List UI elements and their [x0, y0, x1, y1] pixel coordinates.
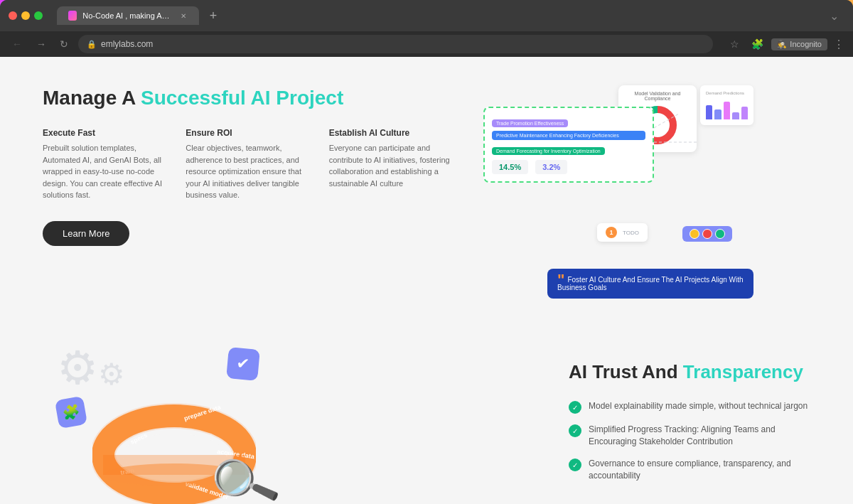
feature-title-0: Execute Fast: [43, 128, 168, 138]
menu-button[interactable]: ⋮: [833, 38, 844, 51]
url-bar[interactable]: 🔒 emlylabs.com: [78, 35, 713, 53]
bar-chart-card: Demand Predictions: [700, 85, 753, 125]
feature-ai-culture: Establish AI Culture Everyone can partic…: [329, 128, 455, 201]
feature-desc-1: Clear objectives, teamwork, adherence to…: [186, 142, 311, 201]
trust-item-2: ✓ Governance to ensure compliance, trans…: [569, 458, 810, 482]
ai-trust-prefix: AI Trust And: [569, 361, 683, 382]
url-text: emlylabs.com: [101, 39, 153, 49]
blue-tag: Predictive Maintenance Enhancing Factory…: [492, 131, 645, 140]
back-button[interactable]: ←: [9, 36, 26, 53]
metric-1: 14.5%: [492, 160, 528, 174]
quote-box: "Foster AI Culture And Ensure The AI Pro…: [547, 269, 753, 299]
section1-left: Manage A Successful AI Project Execute F…: [43, 85, 455, 246]
main-title: Manage A Successful AI Project: [43, 85, 455, 111]
green-tag: Demand Forecasting for Inventory Optimiz…: [492, 147, 605, 155]
bar-chart-bars: [706, 98, 748, 119]
lock-icon: 🔒: [87, 40, 97, 49]
window-controls: ⌄: [830, 9, 844, 23]
puzzle-icon: 🧩: [55, 396, 87, 429]
dashboard-mockup: Model Validation and Compliance Demand P…: [483, 85, 753, 270]
feature-desc-0: Prebuilt solution templates, Automated A…: [43, 142, 168, 201]
team-card: [682, 226, 732, 242]
bar-4: [732, 112, 739, 119]
incognito-badge: 🕵 Incognito: [771, 38, 827, 50]
browser-window: No-Code AI , making AI easy ✕ + ⌄ ← → ↻ …: [0, 0, 853, 57]
incognito-label: Incognito: [790, 40, 822, 48]
ai-trust-title: AI Trust And Transparency: [569, 361, 810, 383]
trust-text-1: Simplified Progress Tracking: Aligning T…: [589, 424, 810, 448]
maximize-button[interactable]: [34, 11, 43, 20]
check-icon-0: ✓: [569, 401, 581, 414]
browser-tab[interactable]: No-Code AI , making AI easy ✕: [57, 6, 199, 25]
tab-favicon: [68, 11, 77, 21]
purple-tag-row: Trade Promotion Effectiveness: [492, 115, 645, 128]
feature-title-1: Ensure ROI: [186, 128, 311, 138]
blue-tag-row: Predictive Maintenance Enhancing Factory…: [492, 131, 645, 140]
metrics-row: 14.5% 3.2%: [492, 160, 645, 174]
bar-3: [724, 102, 730, 119]
learn-more-button[interactable]: Learn More: [43, 221, 129, 246]
avatar-3: [715, 229, 725, 239]
extensions-icon[interactable]: 🧩: [749, 36, 766, 53]
content-area: Manage A Successful AI Project Execute F…: [0, 57, 853, 504]
bar-5: [741, 107, 748, 119]
browser-actions: ☆ 🧩 🕵 Incognito ⋮: [726, 36, 844, 53]
ai-trust-section: ⚙ ⚙ 🧩 ✔ prepare data acquire data: [0, 334, 853, 504]
title-bar: No-Code AI , making AI easy ✕ + ⌄: [0, 0, 853, 31]
address-bar: ← → ↻ 🔒 emlylabs.com ☆ 🧩 🕵 Incognito ⋮: [0, 31, 853, 57]
trust-text-0: Model explainability made simple, withou…: [589, 400, 808, 412]
bar-2: [714, 109, 721, 119]
title-highlight: Successful AI Project: [141, 87, 343, 109]
quote-text: Foster AI Culture And Ensure The AI Proj…: [557, 276, 744, 291]
purple-tag: Trade Promotion Effectiveness: [492, 119, 568, 127]
avatar-2: [702, 229, 712, 239]
trust-text-2: Governance to ensure compliance, transpa…: [589, 458, 810, 482]
section2-text: AI Trust And Transparency ✓ Model explai…: [540, 361, 810, 491]
metric-value-1: 14.5%: [499, 163, 521, 171]
todo-card: 1 Todo: [597, 223, 648, 242]
todo-circle: 1: [606, 227, 617, 238]
minimize-button[interactable]: [21, 11, 30, 20]
feature-desc-2: Everyone can participate and contribute …: [329, 142, 455, 189]
check-icon-2: ✓: [569, 459, 581, 471]
manage-ai-section: Manage A Successful AI Project Execute F…: [0, 57, 853, 291]
title-prefix: Manage A: [43, 87, 141, 109]
main-dashboard-card: Trade Promotion Effectiveness Predictive…: [483, 107, 654, 183]
donut-chart-label: Model Validation and Compliance: [624, 91, 691, 101]
bookmark-icon[interactable]: ☆: [726, 36, 743, 53]
feature-execute-fast: Execute Fast Prebuilt solution templates…: [43, 128, 168, 201]
check-icon-1: ✓: [569, 424, 581, 437]
metric-value-2: 3.2%: [542, 163, 560, 171]
tab-title: No-Code AI , making AI easy: [82, 11, 170, 20]
new-tab-button[interactable]: +: [205, 7, 222, 24]
features-grid: Execute Fast Prebuilt solution templates…: [43, 128, 455, 201]
trust-item-1: ✓ Simplified Progress Tracking: Aligning…: [569, 424, 810, 448]
quote-section: "Foster AI Culture And Ensure The AI Pro…: [483, 269, 753, 299]
close-button[interactable]: [9, 11, 17, 20]
trust-item-0: ✓ Model explainability made simple, with…: [569, 400, 810, 414]
avatar-1: [690, 229, 699, 239]
tab-bar: No-Code AI , making AI easy ✕ +: [57, 6, 824, 25]
feature-ensure-roi: Ensure ROI Clear objectives, teamwork, a…: [186, 128, 311, 201]
tab-close-icon[interactable]: ✕: [179, 11, 188, 21]
todo-label: Todo: [623, 230, 639, 236]
reload-button[interactable]: ↻: [57, 37, 71, 51]
feature-title-2: Establish AI Culture: [329, 128, 455, 138]
bar-chart-label: Demand Predictions: [706, 91, 748, 95]
bar-1: [706, 105, 712, 119]
section2-illustration: ⚙ ⚙ 🧩 ✔ prepare data acquire data: [43, 334, 540, 504]
ai-trust-highlight: Transparency: [683, 361, 803, 382]
forward-button[interactable]: →: [33, 36, 50, 53]
green-tag-row: Demand Forecasting for Inventory Optimiz…: [492, 143, 645, 156]
traffic-lights: [9, 11, 43, 20]
metric-2: 3.2%: [535, 160, 567, 174]
